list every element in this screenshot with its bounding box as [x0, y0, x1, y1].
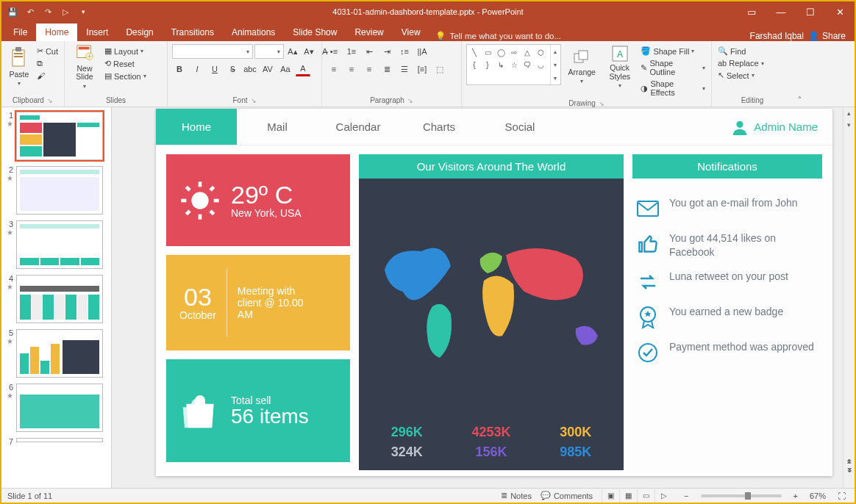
fit-to-window-icon[interactable]: ⛶: [835, 492, 849, 500]
close-icon[interactable]: ✕: [825, 1, 855, 22]
shape-hex-icon[interactable]: ⬡: [535, 47, 546, 57]
zoom-in-icon[interactable]: +: [791, 492, 801, 500]
shape-oval-icon[interactable]: ◯: [496, 47, 506, 57]
shapes-gallery[interactable]: ╲ ▭ ◯ ⇨ △ ⬡ { } ↳ ☆ 🗨 ◡ ▴▾▾: [466, 44, 561, 85]
italic-icon[interactable]: I: [190, 62, 204, 76]
shape-callout-icon[interactable]: 🗨: [522, 60, 532, 70]
shape-star-icon[interactable]: ☆: [509, 60, 519, 70]
dash-tab-home[interactable]: Home: [156, 109, 237, 145]
numbering-icon[interactable]: 1≡: [344, 44, 359, 59]
tab-slideshow[interactable]: Slide Show: [284, 24, 346, 41]
tab-file[interactable]: File: [4, 24, 36, 41]
signed-in-user[interactable]: Farshad Iqbal: [750, 31, 804, 41]
dialog-launcher-icon[interactable]: ↘: [47, 97, 53, 104]
layout-button[interactable]: ▦Layout▾: [103, 46, 148, 57]
align-center-icon[interactable]: ≡: [344, 62, 359, 76]
weather-card[interactable]: 29º C New York, USA: [166, 154, 350, 246]
font-color-icon[interactable]: A: [296, 62, 310, 76]
shape-tri-icon[interactable]: △: [522, 47, 532, 57]
tab-insert[interactable]: Insert: [77, 24, 117, 41]
comments-button[interactable]: 💬Comments: [541, 491, 593, 500]
sales-card[interactable]: Total sell 56 items: [166, 359, 350, 462]
align-right-icon[interactable]: ≡: [362, 62, 377, 76]
bold-icon[interactable]: B: [172, 62, 187, 76]
qat-more-icon[interactable]: ▾: [76, 5, 90, 18]
start-from-beginning-icon[interactable]: ▷: [59, 5, 72, 18]
find-button[interactable]: 🔍Find: [716, 46, 766, 57]
select-button[interactable]: ↖Select▾: [716, 70, 766, 81]
font-family-combo[interactable]: ▾: [172, 44, 253, 59]
tab-transitions[interactable]: Transitions: [163, 24, 223, 41]
share-button[interactable]: 👤Share: [808, 31, 846, 41]
meeting-card[interactable]: 03 October Meeting with client @ 10.00 A…: [166, 255, 350, 350]
slide-1[interactable]: Home Mail Calendar Charts Social Admin N…: [156, 109, 832, 476]
notif-item[interactable]: Payment method was approved: [635, 340, 819, 365]
decrease-indent-icon[interactable]: ⇤: [362, 44, 377, 59]
gallery-up-icon[interactable]: ▴: [550, 46, 560, 57]
shape-lcurly-icon[interactable]: {: [469, 60, 479, 70]
character-spacing-icon[interactable]: AV: [260, 62, 275, 76]
shape-line-icon[interactable]: ╲: [469, 47, 479, 57]
dash-tab-charts[interactable]: Charts: [399, 109, 479, 145]
thumbnail-3[interactable]: 3★: [4, 220, 108, 269]
dash-admin[interactable]: Admin Name: [717, 109, 832, 145]
underline-icon[interactable]: U: [207, 62, 222, 76]
scroll-up-icon[interactable]: ▴: [843, 107, 855, 119]
font-size-combo[interactable]: ▾: [254, 44, 284, 59]
tab-home[interactable]: Home: [36, 24, 77, 41]
shape-rect-icon[interactable]: ▭: [482, 47, 493, 57]
new-slide-button[interactable]: New Slide ▾: [69, 44, 100, 90]
undo-icon[interactable]: ↶: [24, 5, 37, 18]
notif-item[interactable]: You got 44,514 likes on Facebook: [635, 231, 819, 259]
line-spacing-icon[interactable]: ↕≡: [397, 44, 412, 59]
tab-design[interactable]: Design: [117, 24, 162, 41]
slideshow-view-icon[interactable]: ▷: [655, 489, 672, 503]
shape-effects-button[interactable]: ◑Shape Effects▾: [639, 79, 707, 98]
thumbnail-7[interactable]: 7: [4, 438, 108, 446]
dialog-launcher-icon[interactable]: ↘: [251, 97, 257, 104]
dash-tab-social[interactable]: Social: [479, 109, 560, 145]
reset-button[interactable]: ⟲Reset: [103, 58, 148, 69]
increase-indent-icon[interactable]: ⇥: [379, 44, 394, 59]
dash-tab-calendar[interactable]: Calendar: [318, 109, 399, 145]
prev-slide-icon[interactable]: ⯭: [843, 458, 855, 467]
reading-view-icon[interactable]: ▭: [637, 489, 655, 503]
normal-view-icon[interactable]: ▣: [602, 489, 619, 503]
thumbnail-4[interactable]: 4★: [4, 275, 108, 323]
slide-counter[interactable]: Slide 1 of 11: [7, 492, 52, 500]
zoom-out-icon[interactable]: −: [681, 492, 691, 500]
text-direction-icon[interactable]: ||A: [415, 44, 429, 59]
zoom-slider[interactable]: [701, 494, 782, 497]
shape-fill-button[interactable]: 🪣Shape Fill▾: [639, 46, 707, 57]
vertical-scrollbar[interactable]: ▴ ⯭⯯ ▾: [843, 107, 855, 488]
ribbon-options-icon[interactable]: ▭: [737, 1, 766, 22]
thumbnail-5[interactable]: 5★: [4, 329, 108, 378]
gallery-more-icon[interactable]: ▾: [550, 73, 560, 83]
strikethrough-icon[interactable]: S̶: [225, 62, 240, 76]
maximize-icon[interactable]: ☐: [796, 1, 825, 22]
shape-outline-button[interactable]: ✎Shape Outline▾: [639, 58, 707, 77]
notes-button[interactable]: ≣Notes: [501, 491, 532, 500]
world-panel[interactable]: Our Visitors Around The World: [359, 154, 624, 470]
decrease-font-icon[interactable]: A▾: [302, 44, 316, 59]
gallery-down-icon[interactable]: ▾: [550, 60, 560, 70]
notif-item[interactable]: Luna retweet on your post: [635, 270, 819, 295]
shape-rcurly-icon[interactable]: }: [482, 60, 493, 70]
redo-icon[interactable]: ↷: [41, 5, 54, 18]
zoom-level[interactable]: 67%: [810, 492, 826, 500]
cut-button[interactable]: ✂Cut: [35, 46, 60, 57]
shape-conn-icon[interactable]: ↳: [496, 60, 506, 70]
tab-view[interactable]: View: [393, 24, 429, 41]
section-button[interactable]: ▤Section▾: [103, 71, 148, 82]
shape-arc-icon[interactable]: ◡: [535, 60, 546, 70]
align-text-icon[interactable]: [≡]: [415, 62, 429, 76]
save-icon[interactable]: 💾: [6, 5, 19, 18]
copy-button[interactable]: ⧉: [35, 58, 60, 69]
sorter-view-icon[interactable]: ▦: [619, 489, 637, 503]
paste-button[interactable]: Paste ▾: [6, 44, 32, 90]
dialog-launcher-icon[interactable]: ↘: [599, 100, 604, 107]
arrange-button[interactable]: Arrange▾: [564, 44, 600, 90]
text-shadow-icon[interactable]: abc: [243, 62, 257, 76]
justify-icon[interactable]: ≣: [379, 62, 394, 76]
columns-icon[interactable]: ☰: [397, 62, 412, 76]
